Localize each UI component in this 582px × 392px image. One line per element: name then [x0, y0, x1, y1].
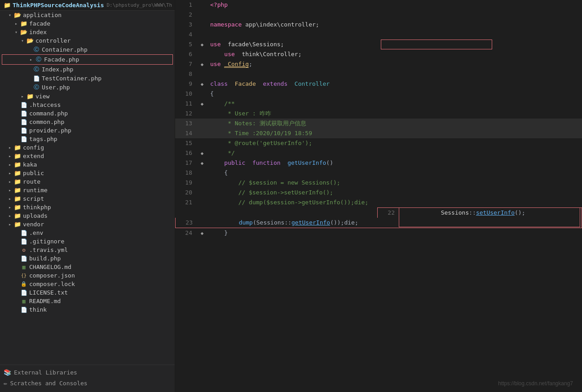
tree-arrow-public: ▸ [6, 171, 13, 176]
tree-icon-CHANGELOG.md: ▦ [20, 264, 28, 270]
tree-icon-Container.php: Ⓒ [32, 46, 40, 53]
line-number-5: 5 [175, 40, 198, 49]
tree-item-vendor[interactable]: ▸📁vendor [0, 220, 175, 229]
tree-item-view[interactable]: ▸📁view [0, 92, 175, 101]
tree-item-Facade.php[interactable]: ▸ⒸFacade.php [2, 54, 173, 65]
tree-item-TestContainer.php[interactable]: 📄TestContainer.php [0, 74, 175, 83]
fold-gutter-24[interactable]: ◆ [198, 228, 207, 238]
tree-item-script[interactable]: ▸📁script [0, 194, 175, 203]
tree-label-.travis.yml: .travis.yml [29, 247, 68, 253]
tree-item-.gitignore[interactable]: 📄.gitignore [0, 237, 175, 246]
tree-label-controller: controller [35, 37, 71, 44]
tree-item-Container.php[interactable]: ⒸContainer.php [0, 45, 175, 54]
line-number-24: 24 [175, 228, 198, 238]
tree-item-extend[interactable]: ▸📁extend [0, 152, 175, 160]
code-content-7: use Config; [207, 59, 582, 69]
line-number-1: 1 [175, 0, 198, 10]
fold-arrow-9[interactable]: ◆ [201, 81, 204, 87]
fold-gutter-11[interactable]: ◆ [198, 99, 207, 109]
code-content-15: * @route('getUserInfo'); [207, 138, 582, 148]
tree-item-application[interactable]: ▾📂application [0, 11, 175, 19]
tree-item-build.php[interactable]: 📄build.php [0, 254, 175, 263]
tree-item-User.php[interactable]: ⒸUser.php [0, 83, 175, 92]
fold-gutter-5[interactable]: ◆ [198, 40, 207, 49]
tree-item-.travis.yml[interactable]: ⚙.travis.yml [0, 246, 175, 254]
fold-gutter-16[interactable]: ◆ [198, 148, 207, 158]
tree-item-tags.php[interactable]: 📄tags.php [0, 135, 175, 143]
code-content-10: { [207, 89, 582, 99]
line-number-3: 3 [175, 20, 198, 30]
tree-item-.htaccess[interactable]: 📄.htaccess [0, 101, 175, 109]
tree-item-controller[interactable]: ▾📂controller [0, 36, 175, 45]
code-content-24: } [207, 228, 582, 238]
line-number-4: 4 [175, 30, 198, 40]
fold-arrow-11[interactable]: ◆ [201, 101, 204, 107]
line-number-22: 22 [378, 208, 400, 218]
tree-item-route[interactable]: ▸📁route [0, 177, 175, 186]
tree-item-thinkphp[interactable]: ▸📁thinkphp [0, 203, 175, 211]
fold-arrow-24[interactable]: ◆ [201, 230, 204, 236]
fold-gutter-20 [198, 188, 207, 198]
code-content-23: dump(Sessions::getUserInfo());die; [207, 218, 582, 228]
tree-item-LICENSE.txt[interactable]: 📄LICENSE.txt [0, 288, 175, 297]
tree-item-think[interactable]: 📄think [0, 305, 175, 314]
tree-label-application: application [23, 12, 62, 18]
tree-item-public[interactable]: ▸📁public [0, 169, 175, 177]
tree-label-view: view [35, 93, 49, 100]
code-line-11: 11◆ /** [175, 99, 582, 109]
fold-gutter-17[interactable]: ◆ [198, 158, 207, 168]
fold-gutter-6 [198, 49, 207, 59]
fold-arrow-16[interactable]: ◆ [201, 150, 204, 156]
tree-item-README.md[interactable]: ▦README.md [0, 297, 175, 305]
external-libraries-item[interactable]: 📚 External Libraries [0, 367, 175, 378]
fold-gutter-2 [198, 10, 207, 20]
tree-item-CHANGELOG.md[interactable]: ▦CHANGELOG.md [0, 263, 175, 271]
code-line-16: 16◆ */ [175, 148, 582, 158]
tree-item-config[interactable]: ▸📁config [0, 143, 175, 152]
tree-label-extend: extend [23, 153, 44, 159]
fold-gutter-4 [198, 30, 207, 40]
fold-gutter-14 [198, 128, 207, 138]
tree-icon-TestContainer.php: 📄 [32, 75, 40, 82]
fold-gutter-9[interactable]: ◆ [198, 79, 207, 89]
fold-arrow-17[interactable]: ◆ [201, 160, 204, 166]
tree-item-composer.json[interactable]: {}composer.json [0, 271, 175, 280]
tree-item-composer.lock[interactable]: 🔒composer.lock [0, 280, 175, 288]
tree-item-facade[interactable]: ▸📁facade [0, 19, 175, 28]
tree-item-.env[interactable]: 📄.env [0, 229, 175, 237]
fold-arrow-7[interactable]: ◆ [201, 62, 204, 67]
code-line-6: 6 use think\Controller; [175, 49, 582, 59]
tree-item-runtime[interactable]: ▸📁runtime [0, 186, 175, 194]
sidebar-bottom: 📚 External Libraries ✏️ Scratches and Co… [0, 365, 175, 388]
tree-item-Index.php[interactable]: ⒸIndex.php [0, 65, 175, 74]
code-lines: 1<?php23namespace app\index\controller;4… [175, 0, 582, 238]
code-line-15: 15 * @route('getUserInfo'); [175, 138, 582, 148]
tree-item-common.php[interactable]: 📄common.php [0, 118, 175, 126]
tree-arrow-controller: ▾ [19, 38, 26, 43]
fold-gutter-13 [198, 119, 207, 128]
fold-gutter-7[interactable]: ◆ [198, 59, 207, 69]
code-line-4: 4 [175, 30, 582, 40]
tree-item-provider.php[interactable]: 📄provider.php [0, 126, 175, 135]
tree-icon-route: 📁 [13, 178, 22, 185]
tree-arrow-thinkphp: ▸ [6, 205, 13, 210]
tree-item-index[interactable]: ▾📂index [0, 28, 175, 36]
fold-gutter-10 [198, 89, 207, 99]
fold-arrow-5[interactable]: ◆ [201, 42, 204, 48]
tree-icon-vendor: 📁 [13, 221, 22, 228]
tree-item-command.php[interactable]: 📄command.php [0, 109, 175, 118]
tree-item-kaka[interactable]: ▸📁kaka [0, 160, 175, 169]
tree-item-uploads[interactable]: ▸📁uploads [0, 211, 175, 220]
line-number-9: 9 [175, 79, 198, 89]
line-number-16: 16 [175, 148, 198, 158]
line-number-8: 8 [175, 69, 198, 79]
code-content-3: namespace app\index\controller; [207, 20, 582, 30]
scratches-consoles-item[interactable]: ✏️ Scratches and Consoles [0, 378, 175, 388]
tree-label-Facade.php: Facade.php [44, 56, 79, 63]
line-number-2: 2 [175, 10, 198, 20]
tree-label-provider.php: provider.php [29, 127, 71, 134]
external-libraries-label: External Libraries [14, 369, 77, 376]
code-line-19: 19 // $session = new Sessions(); [175, 178, 582, 188]
tree-arrow-kaka: ▸ [6, 162, 13, 167]
code-content-14: * Time :2020/10/19 18:59 [207, 128, 582, 138]
